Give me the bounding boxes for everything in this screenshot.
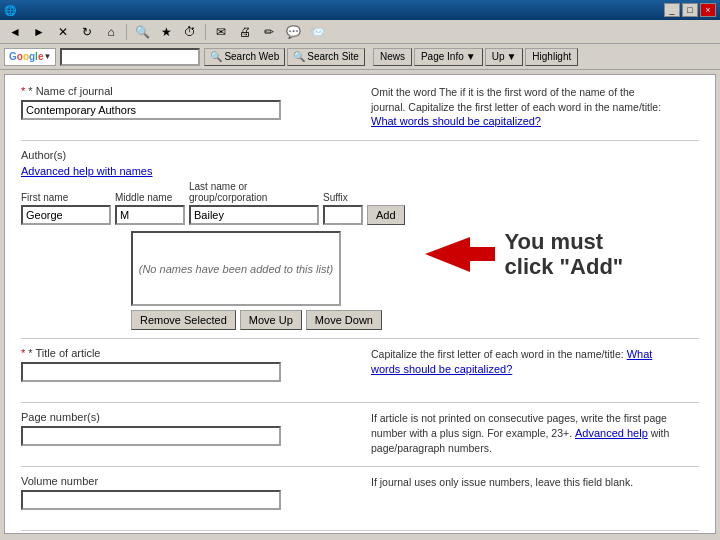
main-content: * * Name cf journal Omit the word The if… xyxy=(4,74,716,534)
first-name-group: First name xyxy=(21,192,111,225)
journal-label: * * Name cf journal xyxy=(21,85,351,97)
volume-instruction: If journal uses only issue numbers, leav… xyxy=(371,475,671,490)
page-left: Page number(s) xyxy=(21,411,351,458)
favorites-button[interactable]: ★ xyxy=(155,22,177,42)
last-name-group: Last name or group/corporation xyxy=(189,181,319,225)
journal-field-group: * * Name cf journal xyxy=(21,85,351,120)
nav-buttons: News Page Info ▼ Up ▼ Highlight xyxy=(373,48,578,66)
journal-left: * * Name cf journal xyxy=(21,85,351,132)
refresh-button[interactable]: ↻ xyxy=(76,22,98,42)
title-instruction: Capitalize the first letter of each word… xyxy=(371,347,671,378)
title-left: * * Title of article xyxy=(21,347,351,394)
addressbar: Google ▼ 🔍 Search Web 🔍 Search Site News… xyxy=(0,44,720,70)
required-marker: * xyxy=(21,85,25,97)
back-button[interactable]: ◄ xyxy=(4,22,26,42)
highlight-button[interactable]: Highlight xyxy=(525,48,578,66)
search-site-button[interactable]: 🔍 Search Site xyxy=(287,48,365,66)
mail-button[interactable]: ✉ xyxy=(210,22,232,42)
journal-right: Omit the word The if it is the first wor… xyxy=(371,85,699,132)
page-input[interactable] xyxy=(21,426,281,446)
volume-section: Volume number If journal uses only issue… xyxy=(21,475,699,522)
volume-left: Volume number xyxy=(21,475,351,522)
author-right: You must click "Add" xyxy=(425,149,699,330)
titlebar: 🌐 _ □ × xyxy=(0,0,720,20)
annotation-area: You must click "Add" xyxy=(425,230,624,278)
titlebar-title: 🌐 xyxy=(4,5,16,16)
page-instruction: If article is not printed on consecutive… xyxy=(371,411,671,456)
page-label: Page number(s) xyxy=(21,411,351,423)
separator xyxy=(126,24,127,40)
title-label: * * Title of article xyxy=(21,347,351,359)
messenger-button[interactable]: 📨 xyxy=(306,22,328,42)
search-site-icon: 🔍 xyxy=(293,51,305,62)
minimize-button[interactable]: _ xyxy=(664,3,680,17)
middle-name-label: Middle name xyxy=(115,192,185,203)
discuss-button[interactable]: 💬 xyxy=(282,22,304,42)
close-button[interactable]: × xyxy=(700,3,716,17)
divider3 xyxy=(21,402,699,403)
forward-button[interactable]: ► xyxy=(28,22,50,42)
journal-help-link[interactable]: What words should be capitalized? xyxy=(371,115,541,127)
names-list-placeholder: (No names have been added to this list) xyxy=(139,263,333,275)
page-help-link[interactable]: Advanced help xyxy=(575,427,648,439)
title-right: Capitalize the first letter of each word… xyxy=(371,347,699,394)
suffix-label: Suffix xyxy=(323,192,363,203)
stop-button[interactable]: ✕ xyxy=(52,22,74,42)
history-button[interactable]: ⏱ xyxy=(179,22,201,42)
volume-right: If journal uses only issue numbers, leav… xyxy=(371,475,699,522)
search-web-button[interactable]: 🔍 Search Web xyxy=(204,48,285,66)
move-up-button[interactable]: Move Up xyxy=(240,310,302,330)
titlebar-icon: 🌐 xyxy=(4,5,16,16)
first-name-input[interactable] xyxy=(21,205,111,225)
move-down-button[interactable]: Move Down xyxy=(306,310,382,330)
title-input[interactable] xyxy=(21,362,281,382)
last-name-label: Last name or group/corporation xyxy=(189,181,319,203)
author-names-row: First name Middle name Last name or grou… xyxy=(21,181,405,225)
author-section: Author(s) Advanced help with names First… xyxy=(21,149,699,330)
last-name-input[interactable] xyxy=(189,205,319,225)
svg-marker-0 xyxy=(425,237,495,272)
home-button[interactable]: ⌂ xyxy=(100,22,122,42)
page-field-group: Page number(s) xyxy=(21,411,351,446)
search-button[interactable]: 🔍 xyxy=(131,22,153,42)
maximize-button[interactable]: □ xyxy=(682,3,698,17)
author-help-link[interactable]: Advanced help with names xyxy=(21,165,152,177)
author-left: Author(s) Advanced help with names First… xyxy=(21,149,405,330)
remove-selected-button[interactable]: Remove Selected xyxy=(131,310,236,330)
volume-field-group: Volume number xyxy=(21,475,351,510)
divider5 xyxy=(21,530,699,531)
annotation-text: You must click "Add" xyxy=(505,230,624,278)
volume-input[interactable] xyxy=(21,490,281,510)
divider4 xyxy=(21,466,699,467)
journal-input[interactable] xyxy=(21,100,281,120)
page-info-button[interactable]: Page Info ▼ xyxy=(414,48,483,66)
journal-instruction: Omit the word The if it is the first wor… xyxy=(371,85,671,130)
author-label: Author(s) xyxy=(21,149,405,161)
search-buttons: 🔍 Search Web 🔍 Search Site xyxy=(204,48,365,66)
first-name-label: First name xyxy=(21,192,111,203)
print-button[interactable]: 🖨 xyxy=(234,22,256,42)
title-section: * * Title of article Capitalize the firs… xyxy=(21,347,699,394)
news-button[interactable]: News xyxy=(373,48,412,66)
authors-list[interactable]: (No names have been added to this list) xyxy=(131,231,341,306)
page-right: If article is not printed on consecutive… xyxy=(371,411,699,458)
page-section: Page number(s) If article is not printed… xyxy=(21,411,699,458)
middle-name-input[interactable] xyxy=(115,205,185,225)
red-arrow-icon xyxy=(425,237,495,272)
title-field-group: * * Title of article xyxy=(21,347,351,382)
journal-section: * * Name cf journal Omit the word The if… xyxy=(21,85,699,132)
add-author-button[interactable]: Add xyxy=(367,205,405,225)
suffix-input[interactable] xyxy=(323,205,363,225)
titlebar-controls[interactable]: _ □ × xyxy=(664,3,716,17)
address-input[interactable] xyxy=(60,48,200,66)
volume-label: Volume number xyxy=(21,475,351,487)
edit-button[interactable]: ✏ xyxy=(258,22,280,42)
list-buttons: Remove Selected Move Up Move Down xyxy=(131,310,405,330)
up-button[interactable]: Up ▼ xyxy=(485,48,524,66)
divider2 xyxy=(21,338,699,339)
separator2 xyxy=(205,24,206,40)
suffix-group: Suffix xyxy=(323,192,363,225)
google-logo: Google ▼ xyxy=(4,48,56,66)
toolbar: ◄ ► ✕ ↻ ⌂ 🔍 ★ ⏱ ✉ 🖨 ✏ 💬 📨 xyxy=(0,20,720,44)
middle-name-group: Middle name xyxy=(115,192,185,225)
